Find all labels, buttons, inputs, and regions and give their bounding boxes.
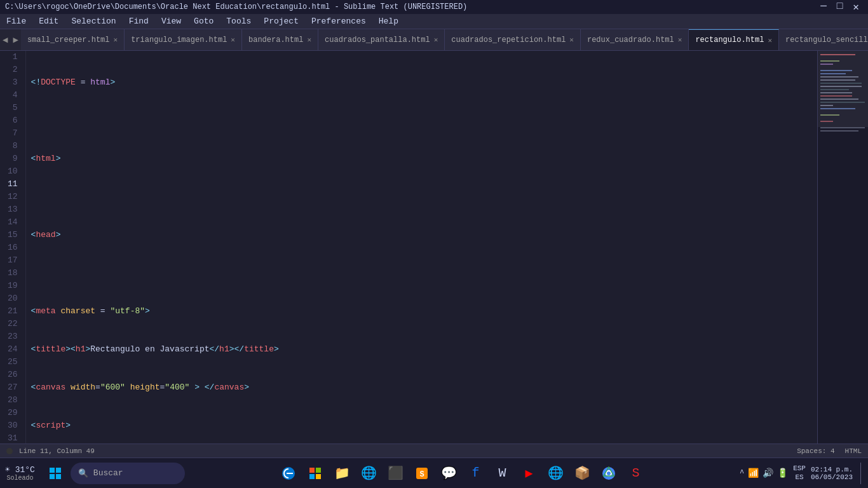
menu-edit[interactable]: Edit (32, 15, 65, 27)
taskbar-icon-facebook[interactable]: f (463, 461, 488, 486)
taskbar-icon-store[interactable] (302, 461, 328, 486)
menu-tools[interactable]: Tools (220, 15, 257, 27)
show-desktop-button[interactable] (860, 463, 863, 484)
menu-goto[interactable]: Goto (187, 15, 220, 27)
code-line-3: <html> (31, 152, 812, 165)
code-line-6 (31, 267, 812, 280)
code-line-2 (31, 114, 812, 127)
chevron-up-icon[interactable]: ^ (740, 469, 744, 478)
svg-point-33 (607, 471, 611, 475)
taskbar-icon-discord[interactable]: 💬 (436, 461, 461, 486)
code-line-9: <canvas width="600" height="400" > </can… (31, 381, 812, 394)
taskbar-weather: ☀ 31°C Soleado (5, 464, 35, 482)
weather-desc: Soleado (6, 475, 33, 482)
battery-icon[interactable]: 🔋 (777, 468, 788, 478)
svg-text:S: S (420, 470, 424, 479)
taskbar-icon-sublime[interactable]: S (409, 461, 435, 486)
tab-bandera[interactable]: bandera.html ✕ (242, 29, 318, 51)
status-spaces: Spaces: 4 (797, 447, 834, 455)
clock-time: 02:14 p.m. (811, 466, 853, 473)
code-line-8: <tittle><h1>Rectangulo en Javascript</h1… (31, 343, 812, 356)
minimap[interactable] (817, 51, 868, 444)
taskbar-icon-files[interactable]: 📁 (329, 461, 355, 486)
svg-rect-22 (50, 474, 55, 479)
taskbar-app-icons: 📁 🌐 ⬛ S 💬 f W ▶ 🌐 📦 (187, 461, 737, 486)
close-tab-small-creeper[interactable]: ✕ (114, 36, 118, 44)
code-line-10: <script> (31, 419, 812, 432)
editor-container: 1 2 3 4 5 6 7 8 9 10 11 12 13 14 15 16 1… (0, 51, 868, 444)
windows-icon (49, 467, 62, 480)
close-tab-cuadrados-repeticion[interactable]: ✕ (569, 36, 574, 44)
close-tab-rectangulo[interactable]: ✕ (768, 36, 772, 44)
network-icon[interactable]: 📶 (748, 468, 759, 478)
tab-bar: ◀ ▶ small_creeper.html ✕ triangulo_image… (0, 29, 868, 51)
title-bar-title: C:\Users\rogoc\OneDrive\Documents\Oracle… (5, 3, 467, 11)
taskbar-icon-chrome[interactable] (596, 461, 621, 486)
close-tab-triangulo[interactable]: ✕ (231, 36, 235, 44)
menu-file[interactable]: File (0, 15, 32, 27)
menu-find[interactable]: Find (123, 15, 155, 27)
status-bar: Line 11, Column 49 Spaces: 4 HTML (0, 444, 868, 458)
taskbar-icon-edge2[interactable]: 🌐 (543, 461, 568, 486)
title-bar-controls[interactable]: ─ □ ✕ (817, 1, 863, 13)
code-line-4 (31, 191, 812, 203)
close-button[interactable]: ✕ (849, 1, 863, 13)
line-numbers: 1 2 3 4 5 6 7 8 9 10 11 12 13 14 15 16 1… (0, 51, 26, 444)
taskbar-system: ^ 📶 🔊 🔋 ESPES 02:14 p.m. 06/05/2023 (740, 463, 863, 484)
minimize-button[interactable]: ─ (817, 1, 831, 13)
menu-selection[interactable]: Selection (65, 15, 122, 27)
tab-nav-left[interactable]: ◀ (0, 34, 10, 45)
taskbar-icon-terminal[interactable]: ⬛ (383, 461, 408, 486)
taskbar-icon-youtube[interactable]: ▶ (516, 461, 541, 486)
menu-help[interactable]: Help (372, 15, 405, 27)
status-left: Line 11, Column 49 (6, 447, 95, 455)
tab-cuadrados-pantalla[interactable]: cuadrados_pantalla.html ✕ (318, 29, 445, 51)
taskbar: ☀ 31°C Soleado 🔍 Buscar (0, 458, 868, 488)
tab-redux-cuadrado[interactable]: redux_cuadrado.html ✕ (581, 29, 689, 51)
svg-rect-19 (820, 130, 858, 132)
maximize-button[interactable]: □ (833, 1, 847, 13)
tab-rectangulo[interactable]: rectangulo.html ✕ (689, 29, 779, 51)
code-area[interactable]: 1 2 3 4 5 6 7 8 9 10 11 12 13 14 15 16 1… (0, 51, 817, 444)
code-line-1: <!DOCTYPE = html> (31, 76, 812, 89)
tab-rectangulo-sencillo[interactable]: rectangulo_sencillo.html ✕ (779, 29, 868, 51)
volume-icon[interactable]: 🔊 (763, 468, 773, 478)
svg-rect-28 (316, 474, 321, 479)
taskbar-icon-browser1[interactable]: 🌐 (356, 461, 381, 486)
code-editor[interactable]: 1 2 3 4 5 6 7 8 9 10 11 12 13 14 15 16 1… (0, 51, 817, 444)
tab-nav-right[interactable]: ▶ (10, 34, 20, 45)
weather-temp: ☀ 31°C (5, 464, 35, 475)
taskbar-icon-sf[interactable]: S (623, 461, 648, 486)
menu-project[interactable]: Project (257, 15, 305, 27)
taskbar-clock[interactable]: 02:14 p.m. 06/05/2023 (811, 466, 853, 481)
status-filetype: HTML (845, 447, 862, 455)
taskbar-icon-edge[interactable] (276, 461, 301, 486)
code-content[interactable]: <!DOCTYPE = html> <html> <head> <meta ch… (26, 51, 817, 444)
svg-rect-23 (56, 474, 61, 479)
start-button[interactable] (43, 461, 68, 486)
tab-triangulo-imagen[interactable]: triangulo_imagen.html ✕ (125, 29, 242, 51)
close-tab-redux[interactable]: ✕ (678, 36, 682, 44)
tab-cuadrados-repeticion[interactable]: cuadrados_repeticion.html ✕ (445, 29, 581, 51)
tab-small-creeper[interactable]: small_creeper.html ✕ (21, 29, 125, 51)
language-indicator: ESPES (793, 464, 806, 481)
code-line-7: <meta charset = "utf-8"> (31, 305, 812, 318)
svg-rect-18 (820, 127, 865, 128)
search-label: Buscar (93, 468, 123, 478)
status-right: Spaces: 4 HTML (797, 447, 862, 455)
close-tab-bandera[interactable]: ✕ (307, 36, 311, 44)
menu-preferences[interactable]: Preferences (305, 15, 372, 27)
title-bar: C:\Users\rogoc\OneDrive\Documents\Oracle… (0, 0, 868, 14)
code-line-5: <head> (31, 229, 812, 241)
menu-view[interactable]: View (155, 15, 187, 27)
svg-rect-27 (309, 474, 315, 479)
taskbar-icon-amazon[interactable]: 📦 (569, 461, 595, 486)
svg-rect-25 (309, 468, 315, 473)
taskbar-search[interactable]: 🔍 Buscar (71, 463, 185, 484)
minimap-highlight (818, 51, 868, 127)
svg-rect-21 (56, 468, 61, 473)
close-tab-cuadrados-pantalla[interactable]: ✕ (434, 36, 438, 44)
status-line-col: Line 11, Column 49 (19, 447, 95, 455)
minimap-content (818, 51, 868, 444)
taskbar-icon-wiki[interactable]: W (489, 461, 515, 486)
